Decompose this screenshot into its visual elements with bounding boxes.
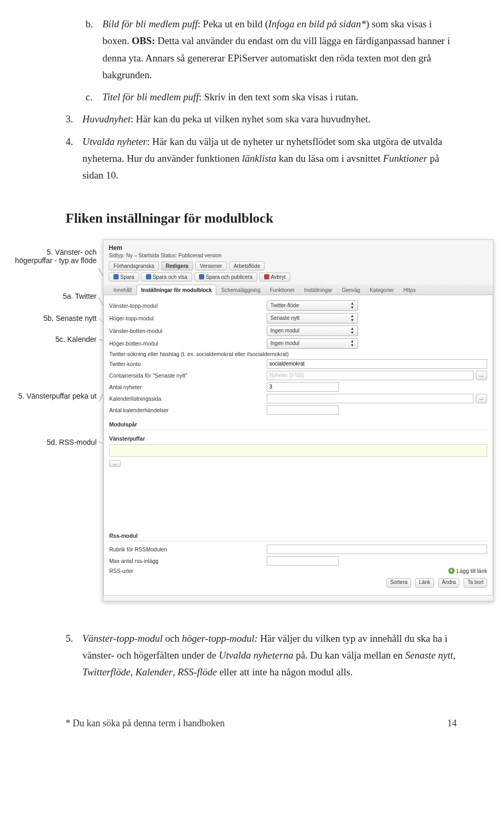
- save-icon: [146, 274, 151, 279]
- field-label: Vänster-botten-modul: [109, 328, 267, 334]
- svg-line-0: [99, 268, 103, 300]
- news-count-input[interactable]: [267, 382, 339, 392]
- page-number: 14: [447, 718, 457, 729]
- field-label: Max antal rss-inlägg: [109, 558, 267, 564]
- tab-functions[interactable]: Funktioner: [265, 285, 299, 295]
- action-toolbar: Spara Spara och visa Spara och publicera…: [109, 273, 488, 281]
- callout-5: 5. Vänster- och högerpuffar - typ av flö…: [13, 248, 97, 265]
- term-italic: Utvalda nyheter: [82, 136, 147, 147]
- field-label: Höger-botten-modul: [109, 340, 267, 347]
- list-item-b: b. Bild för bli medlem puff: Peka ut en …: [86, 16, 457, 84]
- svg-line-3: [99, 339, 103, 345]
- section-vansterpuffar: Vänsterpuffar: [109, 433, 487, 443]
- term-italic: Titel för bli medlem puff: [102, 91, 199, 102]
- field-label: RSS-urler: [109, 568, 267, 574]
- field-label: Containersida för "Senaste nytt": [109, 372, 267, 379]
- callout-column: 5. Vänster- och högerpuffar - typ av flö…: [10, 239, 101, 513]
- callout-5c: 5c. Kalender: [55, 335, 97, 343]
- field-label: Twitter-konto: [109, 361, 267, 367]
- tab-preview[interactable]: Förhandsgranska: [109, 262, 159, 270]
- section-rss: Rss-modul: [109, 530, 487, 540]
- link-toolbar: Sortera Länk Ändra Ta bort: [109, 578, 487, 588]
- chevron-updown-icon: ▲▼: [350, 327, 354, 335]
- view-tabs: Förhandsgranska Redigera Versioner Arbet…: [109, 262, 488, 270]
- callout-5a: 5a. Twitter: [63, 292, 97, 300]
- svg-line-5: [99, 442, 103, 450]
- browse-button[interactable]: ...: [476, 394, 487, 403]
- select-left-top[interactable]: Twitter-flöde▲▼: [267, 300, 358, 311]
- rss-title-input[interactable]: [267, 545, 487, 554]
- publish-icon: [199, 274, 204, 279]
- list-marker: b.: [86, 16, 102, 84]
- save-show-button[interactable]: Spara och visa: [141, 273, 192, 281]
- field-label: Rubrik för RSSModulen: [109, 546, 267, 552]
- save-publish-button[interactable]: Spara och publicera: [194, 273, 257, 281]
- tab-workflow[interactable]: Arbetsflöde: [229, 262, 265, 270]
- tab-edit[interactable]: Redigera: [161, 262, 193, 270]
- add-link-button[interactable]: +Lägg till länk: [448, 568, 487, 574]
- list-item-c: c. Titel för bli medlem puff: Skriv in d…: [86, 89, 457, 106]
- field-label: Antal nyheter: [109, 384, 267, 390]
- callout-5b: 5b. Senaste nytt: [44, 314, 97, 322]
- callout-5vp: 5. Vänsterpuffar peka ut: [18, 392, 97, 400]
- section-modulspar: Modulspår: [109, 419, 487, 429]
- save-button[interactable]: Spara: [109, 273, 139, 281]
- tab-module-settings[interactable]: Inställningar för modulblock: [136, 285, 216, 295]
- field-label: Twitter-sökning eller hashtag (t. ex. so…: [109, 351, 289, 357]
- delete-button[interactable]: Ta bort: [464, 578, 487, 588]
- tab-scheduling[interactable]: Schemaläggning: [216, 285, 265, 295]
- field-label: Antal kalenderhändelser: [109, 407, 267, 413]
- select-left-bottom[interactable]: Ingen modul▲▼: [267, 326, 358, 336]
- svg-line-1: [99, 297, 103, 329]
- term-italic: Bild för bli medlem puff: [102, 18, 198, 29]
- chevron-updown-icon: ▲▼: [350, 339, 354, 348]
- list-item-4: 4. Utvalda nyheter: Här kan du välja ut …: [66, 133, 457, 184]
- browse-button[interactable]: ...: [476, 371, 487, 380]
- tab-https[interactable]: Https: [398, 285, 420, 295]
- list-item-5: 5. Vänster-topp-modul och höger-topp-mod…: [66, 630, 457, 681]
- edit-button[interactable]: Ändra: [438, 578, 460, 588]
- svg-line-4: [99, 371, 103, 402]
- term-italic: Huvudnyhet: [82, 113, 131, 124]
- term-italic: Infoga en bild på sidan*: [268, 18, 366, 29]
- list-content: Huvudnyhet: Här kan du peka ut vilken ny…: [82, 111, 457, 128]
- field-label: Vänster-topp-modul: [109, 302, 267, 309]
- twitter-account-input[interactable]: [267, 359, 487, 369]
- plus-icon: +: [448, 568, 455, 574]
- page-footer: * Du kan söka på denna term i handboken …: [66, 718, 457, 729]
- form-area: Vänster-topp-modulTwitter-flöde▲▼ Höger-…: [103, 295, 493, 596]
- cancel-icon: [264, 274, 269, 279]
- footnote: * Du kan söka på denna term i handboken: [66, 718, 225, 729]
- tab-content[interactable]: Innehåll: [109, 285, 136, 295]
- list-content: Bild för bli medlem puff: Peka ut en bil…: [102, 16, 457, 84]
- field-label: Kalenderlistningssida: [109, 395, 267, 402]
- calendar-count-input[interactable]: [267, 405, 339, 415]
- cancel-button[interactable]: Avbryt: [259, 273, 290, 281]
- term-italic: Funktioner: [383, 153, 427, 164]
- page-meta: Sidtyp: Ny – Startsida Status: Publicera…: [109, 253, 488, 258]
- calendar-page-input[interactable]: [267, 394, 474, 403]
- container-page-input[interactable]: [267, 371, 474, 380]
- sort-button[interactable]: Sortera: [386, 578, 411, 588]
- list-content: Titel för bli medlem puff: Skriv in den …: [102, 89, 457, 106]
- save-icon: [113, 274, 119, 279]
- tab-settings[interactable]: Inställningar: [299, 285, 337, 295]
- list-marker: 3.: [66, 111, 82, 128]
- link-button[interactable]: Länk: [415, 578, 434, 588]
- editor-panel: Hem Sidtyp: Ny – Startsida Status: Publi…: [103, 239, 494, 601]
- tab-categories[interactable]: Kategorier: [365, 285, 398, 295]
- left-puffar-area[interactable]: [109, 444, 487, 457]
- list-content: Vänster-topp-modul och höger-topp-modul:…: [82, 630, 457, 681]
- tab-versions[interactable]: Versioner: [195, 262, 227, 270]
- rss-count-input[interactable]: [267, 556, 339, 566]
- browse-button[interactable]: ...: [109, 460, 121, 467]
- chevron-updown-icon: ▲▼: [350, 301, 354, 310]
- editor-screenshot: 5. Vänster- och högerpuffar - typ av flö…: [10, 239, 494, 601]
- select-right-top[interactable]: Senaste nytt▲▼: [267, 313, 358, 323]
- field-label: Höger-topp-modul: [109, 315, 267, 321]
- list-marker: 5.: [66, 630, 82, 681]
- page-title: Hem: [109, 244, 488, 252]
- tab-shortcut[interactable]: Genväg: [337, 285, 365, 295]
- list-marker: c.: [86, 89, 102, 106]
- select-right-bottom[interactable]: Ingen modul▲▼: [267, 338, 358, 349]
